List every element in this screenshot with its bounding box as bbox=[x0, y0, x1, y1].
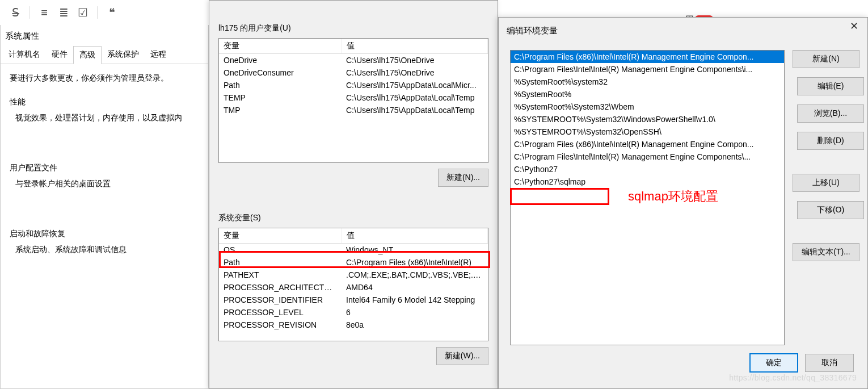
table-row[interactable]: OneDriveConsumerC:\Users\lh175\OneDrive bbox=[219, 66, 488, 79]
cell-val: 6 bbox=[342, 306, 488, 319]
strike-icon[interactable]: S̶ bbox=[6, 6, 25, 19]
list-number-icon[interactable]: ≣ bbox=[54, 6, 73, 19]
path-row[interactable]: C:\Python27 bbox=[511, 163, 784, 175]
table-row[interactable]: PROCESSOR_ARCHITECTUREAMD64 bbox=[219, 281, 488, 294]
separator bbox=[97, 6, 98, 19]
tab-hardware[interactable]: 硬件 bbox=[46, 46, 73, 64]
sys-vars-title: 系统变量(S) bbox=[218, 213, 488, 223]
group-performance: 性能 视觉效果，处理器计划，内存使用，以及虚拟内 bbox=[10, 97, 199, 123]
ok-button[interactable]: 确定 bbox=[749, 353, 798, 373]
cell-var: PROCESSOR_ARCHITECTURE bbox=[219, 281, 342, 294]
path-row[interactable]: %SystemRoot%\system32 bbox=[511, 76, 784, 88]
path-row[interactable]: C:\Program Files\Intel\Intel(R) Manageme… bbox=[511, 150, 784, 163]
cell-var: Path bbox=[219, 256, 342, 269]
table-row[interactable]: TEMPC:\Users\lh175\AppData\Local\Temp bbox=[219, 91, 488, 104]
list-check-icon[interactable]: ☑ bbox=[73, 6, 92, 19]
quote-icon[interactable]: ❝ bbox=[102, 6, 121, 19]
close-icon[interactable]: ✕ bbox=[845, 19, 863, 34]
cell-var: PROCESSOR_LEVEL bbox=[219, 306, 342, 319]
cell-val: AMD64 bbox=[342, 281, 488, 294]
moveup-button[interactable]: 上移(U) bbox=[793, 174, 859, 192]
table-row[interactable]: TMPC:\Users\lh175\AppData\Local\Temp bbox=[219, 104, 488, 116]
cell-var: TEMP bbox=[219, 91, 342, 104]
group-startup-recovery: 启动和故障恢复 系统启动、系统故障和调试信息 bbox=[10, 229, 199, 255]
new-button[interactable]: 新建(N) bbox=[793, 50, 859, 68]
tab-advanced[interactable]: 高级 bbox=[73, 46, 102, 64]
cell-var: PATHEXT bbox=[219, 269, 342, 281]
sysprop-body: 要进行大多数更改，你必须作为管理员登录。 性能 视觉效果，处理器计划，内存使用，… bbox=[1, 64, 208, 287]
cell-val: C:\Users\lh175\OneDrive bbox=[342, 54, 488, 67]
col-header-var[interactable]: 变量 bbox=[219, 228, 342, 244]
cell-val: C:\Users\lh175\AppData\Local\Micr... bbox=[342, 79, 488, 91]
sys-vars-buttons: 新建(W)... bbox=[218, 341, 488, 371]
path-row[interactable]: C:\Python27\sqlmap bbox=[511, 175, 784, 188]
path-row[interactable]: C:\Program Files (x86)\Intel\Intel(R) Ma… bbox=[511, 51, 784, 63]
path-row[interactable]: %SystemRoot% bbox=[511, 88, 784, 101]
dialog-titlebar: 编辑环境变量 ✕ bbox=[499, 18, 867, 42]
user-vars-title: lh175 的用户变量(U) bbox=[218, 23, 488, 34]
sys-vars-list[interactable]: 变量 值 OSWindows_NTPathC:\Program Files (x… bbox=[218, 228, 488, 341]
cell-val: C:\Program Files (x86)\Intel\Intel(R) bbox=[342, 256, 488, 269]
tab-remote[interactable]: 远程 bbox=[145, 46, 172, 64]
group-desc: 视觉效果，处理器计划，内存使用，以及虚拟内 bbox=[10, 113, 199, 123]
table-row[interactable]: PathC:\Program Files (x86)\Intel\Intel(R… bbox=[219, 256, 488, 269]
admin-note: 要进行大多数更改，你必须作为管理员登录。 bbox=[10, 73, 199, 83]
group-desc: 系统启动、系统故障和调试信息 bbox=[10, 245, 199, 255]
table-row[interactable]: PROCESSOR_REVISION8e0a bbox=[219, 319, 488, 331]
cell-val: .COM;.EXE;.BAT;.CMD;.VBS;.VBE;.JS;. bbox=[342, 269, 488, 281]
col-header-var[interactable]: 变量 bbox=[219, 39, 342, 54]
col-header-val[interactable]: 值 bbox=[342, 39, 488, 54]
environment-variables-dialog: lh175 的用户变量(U) 变量 值 OneDriveC:\Users\lh1… bbox=[209, 0, 498, 389]
user-vars-buttons: 新建(N)... bbox=[218, 163, 488, 193]
cell-var: OS bbox=[219, 244, 342, 257]
table-row[interactable]: OSWindows_NT bbox=[219, 244, 488, 257]
cell-var: TMP bbox=[219, 104, 342, 116]
cell-var: OneDrive bbox=[219, 54, 342, 67]
user-new-button[interactable]: 新建(N)... bbox=[438, 169, 488, 187]
path-row[interactable]: %SYSTEMROOT%\System32\OpenSSH\ bbox=[511, 126, 784, 138]
tab-computer-name[interactable]: 计算机名 bbox=[3, 46, 46, 64]
path-row[interactable]: C:\Program Files (x86)\Intel\Intel(R) Ma… bbox=[511, 138, 784, 150]
side-buttons: 新建(N) 编辑(E) 浏览(B)... 删除(D) 上移(U) 下移(O) 编… bbox=[793, 50, 859, 345]
system-properties-dialog: 系统属性 计算机名 硬件 高级 系统保护 远程 要进行大多数更改，你必须作为管理… bbox=[0, 25, 209, 389]
cell-val: C:\Users\lh175\AppData\Local\Temp bbox=[342, 91, 488, 104]
tab-system-protection[interactable]: 系统保护 bbox=[102, 46, 145, 64]
sys-new-button[interactable]: 新建(W)... bbox=[436, 347, 488, 365]
dialog-bottom-buttons: 确定 取消 bbox=[499, 349, 867, 373]
cell-val: C:\Users\lh175\OneDrive bbox=[342, 66, 488, 79]
col-header-val[interactable]: 值 bbox=[342, 228, 488, 244]
table-row[interactable]: PROCESSOR_LEVEL6 bbox=[219, 306, 488, 319]
dialog-title: 编辑环境变量 bbox=[507, 26, 558, 35]
movedown-button[interactable]: 下移(O) bbox=[797, 201, 864, 219]
path-row[interactable]: C:\Program Files\Intel\Intel(R) Manageme… bbox=[511, 63, 784, 76]
edit-env-var-dialog: 编辑环境变量 ✕ C:\Program Files (x86)\Intel\In… bbox=[498, 17, 868, 389]
table-row[interactable]: OneDriveC:\Users\lh175\OneDrive bbox=[219, 54, 488, 67]
user-vars-list[interactable]: 变量 值 OneDriveC:\Users\lh175\OneDriveOneD… bbox=[218, 38, 488, 163]
cell-val: 8e0a bbox=[342, 319, 488, 331]
cell-val: Intel64 Family 6 Model 142 Stepping bbox=[342, 294, 488, 306]
cancel-button[interactable]: 取消 bbox=[805, 354, 854, 372]
delete-button[interactable]: 删除(D) bbox=[797, 132, 864, 150]
edittext-button[interactable]: 编辑文本(T)... bbox=[793, 243, 859, 261]
dialog-title: 系统属性 bbox=[1, 25, 208, 46]
separator bbox=[30, 6, 30, 19]
group-label: 性能 bbox=[10, 97, 199, 107]
list-bullet-icon[interactable]: ≡ bbox=[35, 6, 54, 19]
watermark: https://blog.csdn.net/qq_38316679 bbox=[729, 373, 857, 382]
group-label: 启动和故障恢复 bbox=[10, 229, 199, 239]
group-desc: 与登录帐户相关的桌面设置 bbox=[10, 179, 199, 189]
annotation-red-label: sqlmap环境配置 bbox=[628, 188, 718, 205]
cell-val: Windows_NT bbox=[342, 244, 488, 257]
edit-button[interactable]: 编辑(E) bbox=[797, 77, 864, 95]
path-row[interactable]: %SYSTEMROOT%\System32\WindowsPowerShell\… bbox=[511, 113, 784, 126]
cell-var: PROCESSOR_IDENTIFIER bbox=[219, 294, 342, 306]
table-row[interactable]: PROCESSOR_IDENTIFIERIntel64 Family 6 Mod… bbox=[219, 294, 488, 306]
table-row[interactable]: PathC:\Users\lh175\AppData\Local\Micr... bbox=[219, 79, 488, 91]
sysprop-tabs: 计算机名 硬件 高级 系统保护 远程 bbox=[1, 46, 208, 64]
table-row[interactable]: PATHEXT.COM;.EXE;.BAT;.CMD;.VBS;.VBE;.JS… bbox=[219, 269, 488, 281]
cell-var: PROCESSOR_REVISION bbox=[219, 319, 342, 331]
cell-var: Path bbox=[219, 79, 342, 91]
browse-button[interactable]: 浏览(B)... bbox=[797, 104, 864, 123]
cell-var: OneDriveConsumer bbox=[219, 66, 342, 79]
path-row[interactable]: %SystemRoot%\System32\Wbem bbox=[511, 101, 784, 113]
